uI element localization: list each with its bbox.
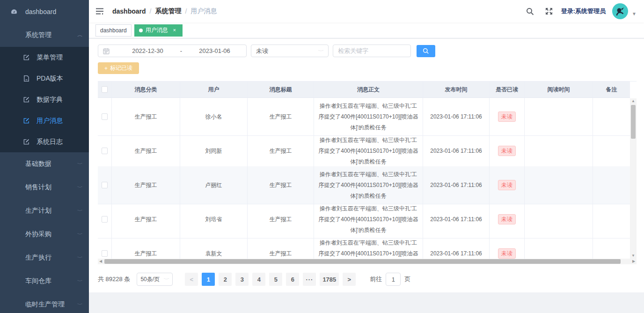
breadcrumb-dashboard[interactable]: dashboard — [112, 7, 146, 15]
page-button-6[interactable]: 6 — [286, 273, 299, 286]
cell-remark — [593, 166, 630, 204]
prev-page-button[interactable]: < — [185, 273, 198, 286]
horizontal-scrollbar[interactable]: ◀ ▶ — [98, 259, 637, 264]
cell-category: 生产报工 — [112, 201, 180, 238]
close-icon[interactable]: × — [171, 27, 178, 34]
cell-is-read: 未读 — [490, 98, 525, 136]
vertical-scrollbar[interactable]: ▲ ▼ — [630, 98, 637, 259]
table-row[interactable]: 生产报工 徐小名 生产报工 操作者刘玉霞在'平端面、钻三级中孔'工序提交了400… — [98, 98, 630, 132]
page-button-2[interactable]: 2 — [219, 273, 232, 286]
sidebar-item-label: 系统日志 — [37, 138, 82, 146]
sidebar-item-label: 销售计划 — [25, 183, 78, 192]
tab-dashboard[interactable]: dashboard — [95, 24, 132, 37]
cell-remark — [593, 132, 630, 170]
page-size-select[interactable]: 50条/页 ﹀ — [137, 273, 173, 286]
table-row[interactable]: 生产报工 刘培省 生产报工 操作者刘玉霞在'平端面、钻三级中孔'工序提交了400… — [98, 201, 630, 235]
user-avatar[interactable] — [612, 3, 628, 19]
column-header-remark: 备注 — [593, 82, 630, 98]
cell-user: 刘同新 — [180, 132, 248, 170]
keyword-search-input[interactable] — [333, 45, 411, 57]
grid-icon — [10, 160, 18, 168]
scroll-right-arrow-icon[interactable]: ▶ — [631, 259, 637, 264]
more-pages-icon[interactable]: ··· — [303, 273, 316, 286]
row-checkbox[interactable] — [102, 216, 108, 223]
chevron-down-icon: ﹀ — [77, 278, 83, 284]
top-navbar: dashboard / 系统管理 / 用户消息 登录:系统管理员 ▼ — [89, 0, 644, 22]
page-button-5[interactable]: 5 — [269, 273, 282, 286]
read-status-select[interactable]: 未读 ﹀ — [251, 45, 329, 57]
next-page-button[interactable]: > — [343, 273, 356, 286]
page-button-3[interactable]: 3 — [235, 273, 249, 286]
main-area: dashboard / 系统管理 / 用户消息 登录:系统管理员 ▼ dashb… — [89, 0, 644, 313]
row-checkbox[interactable] — [102, 250, 108, 257]
sidebar-item-production-plan[interactable]: 生产计划 ﹀ — [0, 199, 89, 223]
column-header-content: 消息正文 — [314, 82, 423, 98]
search-icon[interactable] — [526, 7, 535, 16]
goto-page-input[interactable] — [386, 273, 401, 286]
dashboard-icon — [10, 8, 18, 15]
page-button-1785[interactable]: 1785 — [320, 273, 339, 286]
sidebar-item-basic-data[interactable]: 基础数据 ﹀ — [0, 152, 89, 176]
sidebar-item-menu-mgmt[interactable]: 菜单管理 — [0, 47, 89, 68]
sidebar-item-workshop-warehouse[interactable]: 车间仓库 ﹀ — [0, 269, 89, 293]
row-select-cell — [98, 166, 112, 204]
sidebar-item-temp-production-mgmt[interactable]: 临时生产管理 ﹀ — [0, 293, 89, 313]
page-button-4[interactable]: 4 — [252, 273, 265, 286]
sidebar-item-production-execution[interactable]: 生产执行 ﹀ — [0, 246, 89, 269]
cell-read-time — [525, 166, 593, 204]
sidebar-item-system-mgmt[interactable]: 系统管理 ︿ — [0, 23, 89, 47]
sidebar-item-label: 菜单管理 — [37, 53, 82, 62]
row-select-cell — [98, 132, 112, 170]
sidebar-item-label: 临时生产管理 — [25, 300, 78, 309]
edit-icon — [22, 117, 30, 125]
cell-remark — [593, 201, 630, 238]
date-end-value[interactable]: 2023-01-06 — [188, 47, 242, 54]
chevron-down-icon: ﹀ — [77, 185, 83, 191]
sidebar-item-sales-plan[interactable]: 销售计划 ﹀ — [0, 176, 89, 199]
magnifier-icon — [423, 48, 429, 54]
cell-user: 刘培省 — [180, 201, 248, 238]
unread-status-badge: 未读 — [498, 180, 516, 190]
sidebar-item-pda-version[interactable]: PDA版本 — [0, 68, 89, 89]
date-range-picker[interactable]: 2022-12-30 - 2023-01-06 — [98, 45, 247, 57]
mark-read-label: 标记已读 — [110, 64, 132, 72]
scroll-up-arrow-icon[interactable]: ▲ — [630, 98, 637, 104]
table-row[interactable]: 生产报工 刘同新 生产报工 操作者刘玉霞在'平端面、钻三级中孔'工序提交了400… — [98, 132, 630, 166]
hamburger-icon[interactable] — [95, 7, 105, 16]
table-header-row: 消息分类 用户 消息标题 消息正文 发布时间 是否已读 阅读时间 备注 — [98, 82, 630, 98]
tab-user-messages[interactable]: 用户消息 × — [134, 24, 183, 37]
cell-title: 生产报工 — [248, 98, 314, 136]
edit-icon — [22, 138, 30, 146]
breadcrumb-separator: / — [150, 7, 152, 15]
tabs-bar: dashboard 用户消息 × — [89, 22, 644, 38]
fullscreen-icon[interactable] — [544, 7, 554, 16]
mark-read-button[interactable]: + 标记已读 — [98, 62, 139, 74]
row-checkbox[interactable] — [102, 182, 108, 188]
date-start-value[interactable]: 2022-12-30 — [121, 47, 175, 54]
row-checkbox[interactable] — [102, 113, 108, 120]
calendar-icon — [103, 48, 110, 54]
sidebar-item-system-logs[interactable]: 系统日志 — [0, 131, 89, 152]
table-row[interactable]: 生产报工 卢丽红 生产报工 操作者刘玉霞在'平端面、钻三级中孔'工序提交了400… — [98, 166, 630, 201]
horizontal-scroll-thumb[interactable] — [104, 259, 621, 264]
sidebar-item-user-messages[interactable]: 用户消息 — [0, 110, 89, 131]
sidebar-item-outsourcing-purchase[interactable]: 外协采购 ﹀ — [0, 223, 89, 246]
select-all-checkbox[interactable] — [102, 86, 108, 93]
page-button-1[interactable]: 1 — [202, 273, 215, 286]
search-button[interactable] — [417, 45, 435, 57]
sidebar-item-label: dashboard — [25, 8, 82, 15]
vertical-scroll-thumb[interactable] — [631, 105, 636, 139]
caret-down-icon[interactable]: ▼ — [632, 11, 637, 16]
grid-icon — [10, 184, 18, 191]
row-checkbox[interactable] — [102, 148, 108, 154]
date-range-separator: - — [175, 47, 188, 54]
cell-category: 生产报工 — [112, 132, 180, 170]
scroll-down-arrow-icon[interactable]: ▼ — [630, 253, 637, 259]
sidebar-item-dashboard[interactable]: dashboard — [0, 0, 89, 23]
sidebar-item-data-dictionary[interactable]: 数据字典 — [0, 89, 89, 110]
breadcrumb-system-mgmt[interactable]: 系统管理 — [155, 7, 181, 15]
scroll-left-arrow-icon[interactable]: ◀ — [98, 259, 103, 264]
filter-bar: 2022-12-30 - 2023-01-06 未读 ﹀ — [98, 45, 637, 57]
cell-user: 卢丽红 — [180, 166, 248, 204]
active-dot-icon — [139, 29, 143, 32]
